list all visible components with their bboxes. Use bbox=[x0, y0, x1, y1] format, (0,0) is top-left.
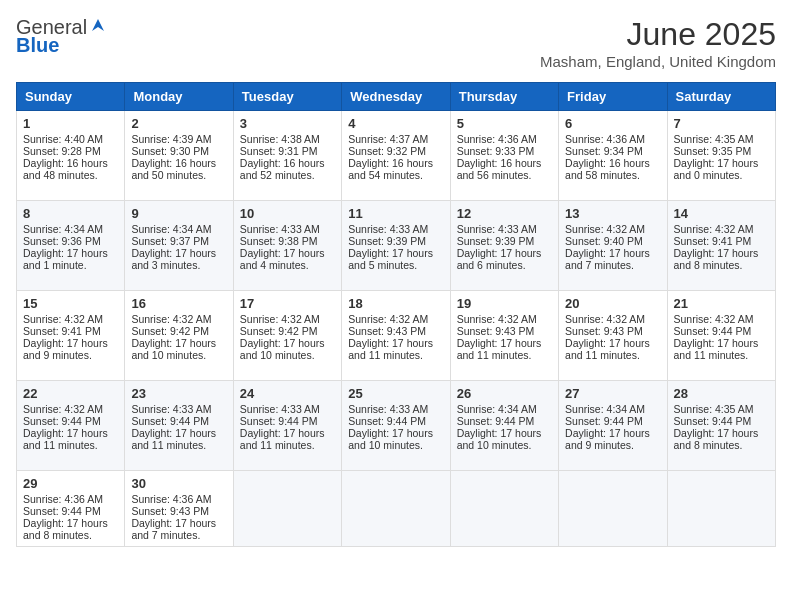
sunset-text: Sunset: 9:43 PM bbox=[457, 325, 535, 337]
table-row: 9Sunrise: 4:34 AMSunset: 9:37 PMDaylight… bbox=[125, 201, 233, 291]
sunset-text: Sunset: 9:42 PM bbox=[240, 325, 318, 337]
col-tuesday: Tuesday bbox=[233, 83, 341, 111]
daylight-text: Daylight: 17 hours and 0 minutes. bbox=[674, 157, 759, 181]
sunset-text: Sunset: 9:35 PM bbox=[674, 145, 752, 157]
day-number: 20 bbox=[565, 296, 660, 311]
daylight-text: Daylight: 17 hours and 10 minutes. bbox=[457, 427, 542, 451]
col-monday: Monday bbox=[125, 83, 233, 111]
sunrise-text: Sunrise: 4:36 AM bbox=[457, 133, 537, 145]
sunrise-text: Sunrise: 4:39 AM bbox=[131, 133, 211, 145]
col-friday: Friday bbox=[559, 83, 667, 111]
calendar-header-row: Sunday Monday Tuesday Wednesday Thursday… bbox=[17, 83, 776, 111]
table-row: 21Sunrise: 4:32 AMSunset: 9:44 PMDayligh… bbox=[667, 291, 775, 381]
logo-blue-text: Blue bbox=[16, 34, 106, 56]
daylight-text: Daylight: 17 hours and 11 minutes. bbox=[348, 337, 433, 361]
sunset-text: Sunset: 9:41 PM bbox=[23, 325, 101, 337]
sunrise-text: Sunrise: 4:36 AM bbox=[131, 493, 211, 505]
day-number: 1 bbox=[23, 116, 118, 131]
sunrise-text: Sunrise: 4:32 AM bbox=[131, 313, 211, 325]
svg-marker-0 bbox=[92, 19, 104, 31]
sunrise-text: Sunrise: 4:36 AM bbox=[23, 493, 103, 505]
table-row: 18Sunrise: 4:32 AMSunset: 9:43 PMDayligh… bbox=[342, 291, 450, 381]
col-sunday: Sunday bbox=[17, 83, 125, 111]
table-row: 23Sunrise: 4:33 AMSunset: 9:44 PMDayligh… bbox=[125, 381, 233, 471]
daylight-text: Daylight: 17 hours and 11 minutes. bbox=[457, 337, 542, 361]
day-number: 28 bbox=[674, 386, 769, 401]
sunset-text: Sunset: 9:44 PM bbox=[674, 325, 752, 337]
daylight-text: Daylight: 16 hours and 58 minutes. bbox=[565, 157, 650, 181]
day-number: 18 bbox=[348, 296, 443, 311]
table-row bbox=[667, 471, 775, 547]
day-number: 2 bbox=[131, 116, 226, 131]
month-title: June 2025 bbox=[540, 16, 776, 53]
table-row: 1Sunrise: 4:40 AMSunset: 9:28 PMDaylight… bbox=[17, 111, 125, 201]
calendar-week-row: 29Sunrise: 4:36 AMSunset: 9:44 PMDayligh… bbox=[17, 471, 776, 547]
daylight-text: Daylight: 17 hours and 10 minutes. bbox=[240, 337, 325, 361]
daylight-text: Daylight: 17 hours and 1 minute. bbox=[23, 247, 108, 271]
daylight-text: Daylight: 17 hours and 7 minutes. bbox=[565, 247, 650, 271]
table-row: 7Sunrise: 4:35 AMSunset: 9:35 PMDaylight… bbox=[667, 111, 775, 201]
sunset-text: Sunset: 9:34 PM bbox=[565, 145, 643, 157]
sunset-text: Sunset: 9:31 PM bbox=[240, 145, 318, 157]
table-row: 12Sunrise: 4:33 AMSunset: 9:39 PMDayligh… bbox=[450, 201, 558, 291]
sunset-text: Sunset: 9:39 PM bbox=[457, 235, 535, 247]
sunset-text: Sunset: 9:28 PM bbox=[23, 145, 101, 157]
sunrise-text: Sunrise: 4:37 AM bbox=[348, 133, 428, 145]
table-row: 3Sunrise: 4:38 AMSunset: 9:31 PMDaylight… bbox=[233, 111, 341, 201]
table-row: 27Sunrise: 4:34 AMSunset: 9:44 PMDayligh… bbox=[559, 381, 667, 471]
table-row: 29Sunrise: 4:36 AMSunset: 9:44 PMDayligh… bbox=[17, 471, 125, 547]
logo: General Blue bbox=[16, 16, 106, 56]
table-row: 30Sunrise: 4:36 AMSunset: 9:43 PMDayligh… bbox=[125, 471, 233, 547]
day-number: 27 bbox=[565, 386, 660, 401]
table-row bbox=[342, 471, 450, 547]
daylight-text: Daylight: 17 hours and 10 minutes. bbox=[131, 337, 216, 361]
daylight-text: Daylight: 16 hours and 48 minutes. bbox=[23, 157, 108, 181]
sunset-text: Sunset: 9:44 PM bbox=[565, 415, 643, 427]
table-row: 25Sunrise: 4:33 AMSunset: 9:44 PMDayligh… bbox=[342, 381, 450, 471]
day-number: 8 bbox=[23, 206, 118, 221]
day-number: 9 bbox=[131, 206, 226, 221]
day-number: 14 bbox=[674, 206, 769, 221]
sunset-text: Sunset: 9:43 PM bbox=[348, 325, 426, 337]
day-number: 24 bbox=[240, 386, 335, 401]
daylight-text: Daylight: 17 hours and 5 minutes. bbox=[348, 247, 433, 271]
sunrise-text: Sunrise: 4:33 AM bbox=[131, 403, 211, 415]
daylight-text: Daylight: 17 hours and 6 minutes. bbox=[457, 247, 542, 271]
sunrise-text: Sunrise: 4:32 AM bbox=[674, 223, 754, 235]
sunrise-text: Sunrise: 4:38 AM bbox=[240, 133, 320, 145]
daylight-text: Daylight: 17 hours and 8 minutes. bbox=[23, 517, 108, 541]
sunrise-text: Sunrise: 4:33 AM bbox=[240, 223, 320, 235]
sunrise-text: Sunrise: 4:32 AM bbox=[23, 403, 103, 415]
daylight-text: Daylight: 17 hours and 11 minutes. bbox=[674, 337, 759, 361]
table-row: 22Sunrise: 4:32 AMSunset: 9:44 PMDayligh… bbox=[17, 381, 125, 471]
daylight-text: Daylight: 17 hours and 11 minutes. bbox=[131, 427, 216, 451]
table-row: 28Sunrise: 4:35 AMSunset: 9:44 PMDayligh… bbox=[667, 381, 775, 471]
sunset-text: Sunset: 9:40 PM bbox=[565, 235, 643, 247]
sunset-text: Sunset: 9:33 PM bbox=[457, 145, 535, 157]
sunset-text: Sunset: 9:38 PM bbox=[240, 235, 318, 247]
sunset-text: Sunset: 9:43 PM bbox=[131, 505, 209, 517]
day-number: 23 bbox=[131, 386, 226, 401]
table-row: 2Sunrise: 4:39 AMSunset: 9:30 PMDaylight… bbox=[125, 111, 233, 201]
day-number: 15 bbox=[23, 296, 118, 311]
sunrise-text: Sunrise: 4:40 AM bbox=[23, 133, 103, 145]
sunrise-text: Sunrise: 4:33 AM bbox=[457, 223, 537, 235]
daylight-text: Daylight: 17 hours and 9 minutes. bbox=[565, 427, 650, 451]
table-row: 20Sunrise: 4:32 AMSunset: 9:43 PMDayligh… bbox=[559, 291, 667, 381]
day-number: 19 bbox=[457, 296, 552, 311]
day-number: 22 bbox=[23, 386, 118, 401]
sunrise-text: Sunrise: 4:34 AM bbox=[23, 223, 103, 235]
sunrise-text: Sunrise: 4:34 AM bbox=[131, 223, 211, 235]
sunset-text: Sunset: 9:44 PM bbox=[23, 505, 101, 517]
daylight-text: Daylight: 17 hours and 8 minutes. bbox=[674, 427, 759, 451]
sunset-text: Sunset: 9:44 PM bbox=[457, 415, 535, 427]
calendar-week-row: 8Sunrise: 4:34 AMSunset: 9:36 PMDaylight… bbox=[17, 201, 776, 291]
calendar-table: Sunday Monday Tuesday Wednesday Thursday… bbox=[16, 82, 776, 547]
day-number: 13 bbox=[565, 206, 660, 221]
daylight-text: Daylight: 17 hours and 8 minutes. bbox=[674, 247, 759, 271]
sunset-text: Sunset: 9:44 PM bbox=[131, 415, 209, 427]
sunrise-text: Sunrise: 4:35 AM bbox=[674, 133, 754, 145]
sunrise-text: Sunrise: 4:33 AM bbox=[240, 403, 320, 415]
sunrise-text: Sunrise: 4:32 AM bbox=[348, 313, 428, 325]
day-number: 21 bbox=[674, 296, 769, 311]
